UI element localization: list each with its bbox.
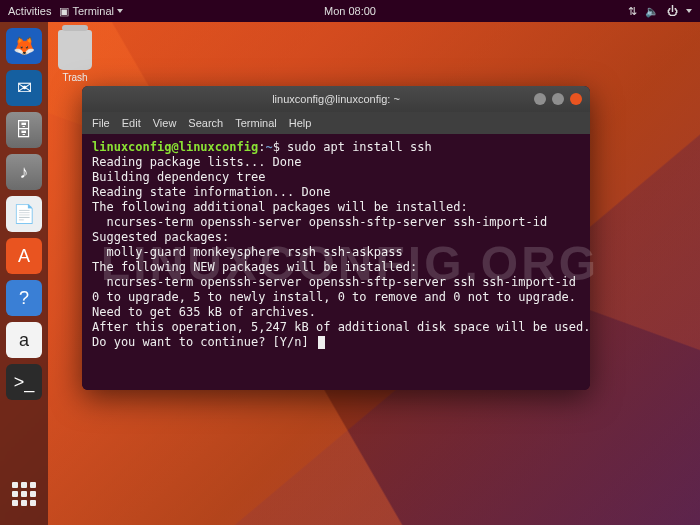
command-text: sudo apt install ssh	[287, 140, 432, 154]
window-titlebar[interactable]: linuxconfig@linuxconfig: ~	[82, 86, 590, 112]
dock-firefox[interactable]: 🦊	[6, 28, 42, 64]
app-menu-label: Terminal	[72, 5, 114, 17]
menu-search[interactable]: Search	[188, 117, 223, 129]
dock-terminal[interactable]: >_	[6, 364, 42, 400]
volume-icon[interactable]: 🔈	[645, 5, 659, 18]
menu-help[interactable]: Help	[289, 117, 312, 129]
minimize-button[interactable]	[534, 93, 546, 105]
dock-writer[interactable]: 📄	[6, 196, 42, 232]
power-icon[interactable]: ⏻	[667, 5, 678, 17]
out-line-5: Suggested packages:	[92, 230, 229, 244]
out-line-1: Building dependency tree	[92, 170, 265, 184]
prompt-end: $	[273, 140, 280, 154]
out-line-0: Reading package lists... Done	[92, 155, 302, 169]
dock-software[interactable]: A	[6, 238, 42, 274]
show-applications-button[interactable]	[9, 479, 39, 509]
out-line-7: The following NEW packages will be insta…	[92, 260, 417, 274]
maximize-button[interactable]	[552, 93, 564, 105]
dock-thunderbird[interactable]: ✉	[6, 70, 42, 106]
out-line-10: Need to get 635 kB of archives.	[92, 305, 316, 319]
activities-button[interactable]: Activities	[8, 5, 51, 17]
terminal-icon: ▣	[59, 5, 69, 18]
out-line-4: ncurses-term openssh-server openssh-sftp…	[92, 215, 547, 229]
trash-label: Trash	[58, 72, 92, 83]
out-line-3: The following additional packages will b…	[92, 200, 468, 214]
out-line-6: molly-guard monkeysphere rssh ssh-askpas…	[92, 245, 403, 259]
terminal-cursor	[318, 336, 325, 349]
dock-help[interactable]: ?	[6, 280, 42, 316]
terminal-window: linuxconfig@linuxconfig: ~ File Edit Vie…	[82, 86, 590, 390]
top-bar: Activities ▣ Terminal Mon 08:00 ⇅ 🔈 ⏻	[0, 0, 700, 22]
dock: 🦊 ✉ 🗄 ♪ 📄 A ? a >_	[0, 22, 48, 525]
menu-edit[interactable]: Edit	[122, 117, 141, 129]
dock-rhythmbox[interactable]: ♪	[6, 154, 42, 190]
dock-amazon[interactable]: a	[6, 322, 42, 358]
out-line-12: Do you want to continue? [Y/n]	[92, 335, 316, 349]
menu-file[interactable]: File	[92, 117, 110, 129]
trash-desktop-icon[interactable]: Trash	[58, 30, 92, 83]
system-menu-chevron-icon[interactable]	[686, 9, 692, 13]
prompt-user: linuxconfig@linuxconfig	[92, 140, 258, 154]
dock-files[interactable]: 🗄	[6, 112, 42, 148]
out-line-2: Reading state information... Done	[92, 185, 330, 199]
terminal-output[interactable]: linuxconfig@linuxconfig:~$ sudo apt inst…	[82, 134, 590, 390]
prompt-path: ~	[265, 140, 272, 154]
window-title: linuxconfig@linuxconfig: ~	[272, 93, 400, 105]
clock[interactable]: Mon 08:00	[324, 5, 376, 17]
window-menubar: File Edit View Search Terminal Help	[82, 112, 590, 134]
out-line-9: 0 to upgrade, 5 to newly install, 0 to r…	[92, 290, 576, 304]
menu-terminal[interactable]: Terminal	[235, 117, 277, 129]
close-button[interactable]	[570, 93, 582, 105]
out-line-11: After this operation, 5,247 kB of additi…	[92, 320, 590, 334]
out-line-8: ncurses-term openssh-server openssh-sftp…	[92, 275, 576, 289]
chevron-down-icon	[117, 9, 123, 13]
network-icon[interactable]: ⇅	[628, 5, 637, 18]
menu-view[interactable]: View	[153, 117, 177, 129]
app-menu[interactable]: ▣ Terminal	[59, 5, 123, 18]
trash-icon	[58, 30, 92, 70]
